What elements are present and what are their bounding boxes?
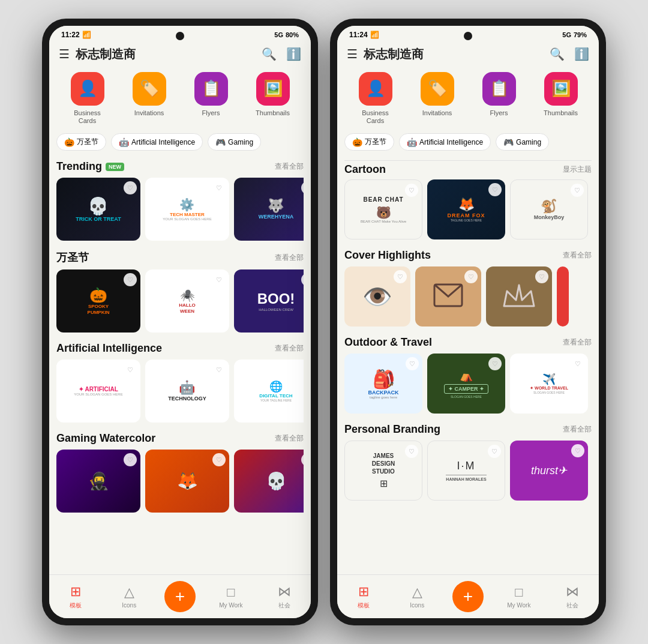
heart-hannah-2[interactable]: ♡ — [488, 445, 501, 458]
card-artificial-1[interactable]: ♡ ✦ ARTIFICIAL YOUR SLOGAN GOES HERE — [56, 360, 140, 423]
heart-bearchat-2[interactable]: ♡ — [405, 184, 418, 197]
menu-icon-1[interactable]: ☰ — [59, 47, 70, 61]
cards-row-travel-2: ♡ 🎒 BACKPACK tagline goes here ♡ ⛺ — [344, 354, 592, 414]
heart-backpack-2[interactable]: ♡ — [406, 357, 419, 370]
tag-halloween-1[interactable]: 🎃万圣节 — [56, 133, 106, 151]
nav-add-btn-2[interactable]: + — [452, 581, 484, 612]
heart-gaming2-1[interactable]: ♡ — [212, 453, 226, 466]
card-camper-2[interactable]: ♡ ⛺ ✦ CAMPER ✦ SLOGAN GOES HERE — [427, 354, 505, 414]
status-right-1: 5G 80% — [274, 31, 299, 38]
card-digital-tech-1[interactable]: ♡ 🌐 DIGITAL TECH YOUR TAGLINE HERE — [234, 360, 304, 423]
heart-boo-1[interactable]: ♡ — [301, 273, 304, 286]
tag-ai-2[interactable]: 🤖Artificial Intelligence — [399, 133, 491, 151]
heart-werehyena-1[interactable]: ♡ — [301, 181, 304, 194]
tag-gaming-2[interactable]: 🎮Gaming — [496, 133, 549, 151]
james-title-2: JAMESDESIGNSTUDIO — [372, 452, 395, 475]
heart-worldtravel-2[interactable]: ♡ — [571, 357, 584, 370]
cat-business-cards-1[interactable]: 👤 BusinessCards — [64, 72, 112, 125]
card-technology-1[interactable]: ♡ 🤖 Technology — [145, 360, 229, 423]
heart-crown-2[interactable]: ♡ — [535, 270, 548, 283]
search-icon-1[interactable]: 🔍 — [262, 47, 277, 61]
card-hannah-2[interactable]: ♡ I·M HANNAH MORALES — [427, 441, 505, 501]
nav-templates-1[interactable]: ⊞ 模板 — [58, 584, 94, 610]
cat-invitations-2[interactable]: 🏷️ Invitations — [413, 72, 461, 125]
heart-mail-2[interactable]: ♡ — [464, 270, 478, 283]
cat-invitations-1[interactable]: 🏷️ Invitations — [125, 72, 173, 125]
card-gaming2-1[interactable]: ♡ 🦊 — [145, 450, 229, 513]
heart-digital-1[interactable]: ♡ — [301, 363, 304, 376]
cat-thumbnails-1[interactable]: 🖼️ Thumbnails — [249, 72, 297, 125]
heart-monkeyboy-2[interactable]: ♡ — [571, 184, 584, 197]
section-title-travel-2: Outdoor & Travel — [344, 336, 432, 349]
nav-social-2[interactable]: ⋈ 社会 — [554, 584, 590, 610]
card-thurst-2[interactable]: ♡ thurst✈ — [510, 441, 588, 501]
card-boo-1[interactable]: ♡ BOO! HALLOWEEN CREW — [234, 269, 304, 333]
card-james-2[interactable]: ♡ JAMESDESIGNSTUDIO ⊞ — [344, 441, 422, 501]
search-icon-2[interactable]: 🔍 — [550, 47, 565, 61]
card-backpack-2[interactable]: ♡ 🎒 BACKPACK tagline goes here — [344, 354, 422, 414]
see-all-highlights-2[interactable]: 查看全部 — [563, 250, 592, 260]
card-trick-or-treat-1[interactable]: ♡ 💀 TRICK OR TREAT — [56, 178, 140, 241]
card-bear-chat-2[interactable]: ♡ BEAR CHAT 🐻 BEAR CHAT Make You Alive — [344, 179, 422, 239]
scroll-content-1[interactable]: Trending NEW 查看全部 ♡ 💀 TRICK OR TREAT — [49, 154, 311, 574]
card-hallo-1[interactable]: ♡ 🕷️ HalloWeen — [145, 269, 229, 333]
nav-add-btn-1[interactable]: + — [164, 581, 196, 612]
tag-gaming-1[interactable]: 🎮Gaming — [208, 133, 261, 151]
section-branding-2: Personal Branding 查看全部 ♡ JAMESDESIGNSTUD… — [337, 417, 599, 504]
nav-mywork-1[interactable]: □ My Work — [213, 585, 249, 609]
card-spooky-1[interactable]: ♡ 🎃 SpookyPumpkin — [56, 269, 140, 333]
see-all-branding-2[interactable]: 查看全部 — [563, 424, 592, 435]
cat-business-cards-2[interactable]: 👤 BusinessCards — [352, 72, 400, 125]
tag-ai-1[interactable]: 🤖Artificial Intelligence — [111, 133, 203, 151]
cartoon-label-2: Cartoon — [344, 163, 386, 176]
nav-mywork-2[interactable]: □ My Work — [501, 585, 537, 609]
card-tech-master-1[interactable]: ♡ ⚙️ TECH MASTER YOUR SLOGAN GOES HERE — [145, 178, 229, 241]
card-eye-2[interactable]: ♡ 👁️ — [344, 266, 410, 327]
heart-dreamfox-2[interactable]: ♡ — [488, 183, 502, 196]
tag-halloween-2[interactable]: 🎃万圣节 — [344, 133, 394, 151]
menu-icon-2[interactable]: ☰ — [347, 47, 358, 61]
section-highlights-2: Cover Highlights 查看全部 ♡ 👁️ ♡ — [337, 243, 599, 330]
card-gaming3-1[interactable]: ♡ 💀 — [234, 450, 304, 513]
info-icon-2[interactable]: ℹ️ — [574, 47, 589, 61]
monkeyboy-inner-2: 🐒 MonkeyBoy — [534, 199, 565, 220]
card-world-travel-2[interactable]: ♡ ✈️ ✦ WORLD TRAVEL SLOGAN GOES HERE — [510, 354, 588, 414]
card-monkey-boy-2[interactable]: ♡ 🐒 MonkeyBoy — [510, 179, 588, 239]
scroll-content-2[interactable]: Cartoon 显示主题 ♡ BEAR CHAT 🐻 BEAR CHAT Mak… — [337, 154, 599, 574]
card-crown-2[interactable]: ♡ — [486, 266, 552, 327]
see-all-travel-2[interactable]: 查看全部 — [563, 337, 592, 348]
cat-flyers-1[interactable]: 📋 Flyers — [187, 72, 235, 125]
heart-trick-1[interactable]: ♡ — [124, 181, 137, 194]
tag-gaming-emoji-1: 🎮 — [215, 137, 226, 147]
nav-social-1[interactable]: ⋈ 社会 — [266, 584, 302, 610]
see-all-halloween-1[interactable]: 查看全部 — [275, 253, 304, 263]
heart-camper-2[interactable]: ♡ — [488, 357, 502, 370]
heart-gaming3-1[interactable]: ♡ — [301, 453, 304, 466]
heart-artificial-1[interactable]: ♡ — [124, 363, 137, 376]
cat-icon-thumbnails-2: 🖼️ — [544, 72, 578, 106]
see-all-trending-1[interactable]: 查看全部 — [275, 161, 304, 172]
info-icon-1[interactable]: ℹ️ — [286, 47, 301, 61]
cat-thumbnails-2[interactable]: 🖼️ Thumbnails — [537, 72, 585, 125]
cat-flyers-2[interactable]: 📋 Flyers — [475, 72, 523, 125]
card-werehyena-1[interactable]: ♡ 🐺 WEREHYENA — [234, 178, 304, 241]
heart-james-2[interactable]: ♡ — [405, 445, 418, 458]
heart-thurst-2[interactable]: ♡ — [571, 444, 584, 457]
card-gaming1-1[interactable]: ♡ 🥷 — [56, 450, 140, 513]
heart-tech-1[interactable]: ♡ — [212, 181, 226, 194]
nav-templates-2[interactable]: ⊞ 模板 — [346, 584, 382, 610]
see-all-gaming-1[interactable]: 查看全部 — [275, 433, 304, 444]
nav-icons-1[interactable]: △ Icons — [111, 585, 147, 609]
heart-hallo-1[interactable]: ♡ — [212, 273, 226, 286]
nav-icons-2[interactable]: △ Icons — [399, 585, 435, 609]
see-all-ai-1[interactable]: 查看全部 — [275, 343, 304, 354]
heart-technology-1[interactable]: ♡ — [212, 363, 226, 376]
heart-eye-2[interactable]: ♡ — [394, 270, 407, 283]
nav-mywork-label-1: My Work — [219, 602, 242, 609]
card-mail-2[interactable]: ♡ — [415, 266, 481, 327]
card-dream-fox-2[interactable]: ♡ 🦊 DREAM FOX TAGLINE GOES HERE — [427, 179, 505, 239]
heart-spooky-1[interactable]: ♡ — [124, 273, 137, 286]
see-all-cartoon-2[interactable]: 显示主题 — [563, 164, 592, 175]
heart-gaming1-1[interactable]: ♡ — [124, 453, 137, 466]
section-trending-1: Trending NEW 查看全部 ♡ 💀 TRICK OR TREAT — [49, 154, 311, 244]
